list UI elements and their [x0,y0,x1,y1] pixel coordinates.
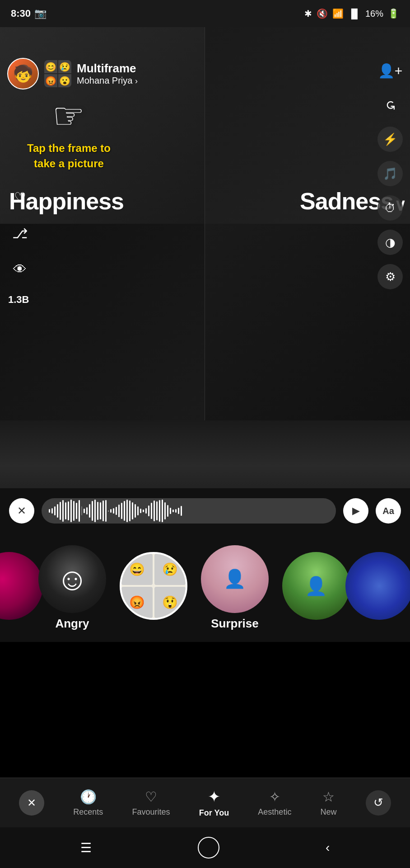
waveform-text-button[interactable]: Aa [376,498,401,524]
tap-hint-text: Tap the frame to take a picture [27,142,111,170]
filter-name: Multiframe [77,61,138,75]
add-friend-icon: 👤+ [378,63,403,79]
camera-bottom-half [0,224,410,420]
nav-label-for-you: For You [199,808,229,818]
mute-icon: 🔇 [317,8,328,19]
filter-thumbnail-angry: ☺ [38,545,106,613]
waveform-bars [49,500,329,522]
camera-area[interactable]: Happiness Sadness ∨ 🧒 😊 😢 😡 😮 Multiframe… [0,27,410,420]
face-beauty-icon: 👤 [224,568,246,590]
filter-thumbnail-surprise: 👤 [201,545,269,613]
home-button[interactable] [198,837,219,859]
eye-icon: 👁 [13,262,27,277]
tap-hint: ☞ Tap the frame to take a picture [27,95,111,171]
new-icon: ☆ [322,789,335,805]
reshare-button[interactable]: ↺ [377,92,403,118]
recents-icon: 🕐 [80,789,97,805]
user-avatar[interactable]: 🧒 [7,58,39,90]
filter-carousel[interactable]: ☺ Angry 😄 😢 😡 😲 👤 Surprise 👤 [0,533,410,642]
nav-item-new[interactable]: ☆ New [321,789,337,817]
nav-item-aesthetic[interactable]: ✧ Aesthetic [258,789,291,817]
nav-item-favourites[interactable]: ♡ Favourites [132,789,170,817]
share-icon: ⎇ [12,226,28,241]
multiframe-grid: 😄 😢 😡 😲 [121,554,186,618]
filter-name-area: Multiframe Mohana Priya › [77,61,138,86]
waveform-area: ✕ [0,488,410,533]
close-icon: ✕ [17,505,26,517]
back-icon: ‹ [326,840,330,855]
settings-icon: ⚙ [385,270,396,284]
nav-refresh-button[interactable]: ↺ [366,790,391,816]
smiley-icon: ☺ [56,561,88,597]
filter-item-blue[interactable] [357,552,402,623]
battery-icon: 🔋 [388,8,399,19]
camera-status-icon: 📷 [34,8,47,19]
back-button[interactable]: ‹ [326,840,330,855]
share-button[interactable]: ⎇ [8,222,32,245]
filter-thumbnail-face-green: 👤 [282,552,350,620]
nav-label-favourites: Favourites [132,807,170,817]
filter-item-face-green[interactable]: 👤 [275,552,357,623]
waveform-display [42,498,336,524]
filter-thumbnail-blue [345,552,410,620]
signal-icon: ▐▌ [348,9,361,19]
right-sidebar: 👤+ ↺ ⚡ 🎵 ⏱ ◑ ⚙ [377,58,403,289]
favourites-icon: ♡ [145,789,157,805]
contrast-icon: ◑ [385,236,396,250]
filter-icon-cluster: 😊 😢 😡 😮 [44,60,71,87]
profile-area: 🧒 😊 😢 😡 😮 Multiframe Mohana Priya › [7,58,138,90]
status-right: ✱ 🔇 📶 ▐▌ 16% 🔋 [304,8,399,19]
hand-cursor-icon: ☞ [27,95,111,137]
settings-button[interactable]: ⚙ [377,264,403,289]
contrast-button[interactable]: ◑ [377,230,403,255]
filter-label-surprise: Surprise [211,617,259,631]
home-menu-button[interactable]: ☰ [80,840,92,855]
waveform-play-button[interactable]: ▶ [343,498,368,524]
timer-icon: ⏱ [384,201,396,215]
text-icon: Aa [382,506,394,516]
bluetooth-icon: ✱ [304,8,312,19]
status-left: 8:30 📷 [11,8,47,19]
avatar-emoji: 🧒 [13,64,33,83]
wifi-icon: 📶 [332,8,344,19]
battery-text: 16% [365,9,383,19]
status-bar: 8:30 📷 ✱ 🔇 📶 ▐▌ 16% 🔋 [0,0,410,27]
views-button[interactable]: 👁 [8,258,32,281]
home-bar: ☰ ‹ [0,827,410,868]
nav-close-button[interactable]: ✕ [19,790,44,816]
close-icon: ✕ [27,797,36,809]
nav-label-new: New [321,807,337,817]
refresh-icon: ↺ [373,796,383,810]
nav-item-for-you[interactable]: ✦ For You [199,788,229,818]
no-flash-icon: ⚡ [383,132,397,146]
view-count: 1.3B [8,294,32,306]
music-icon: 🎵 [383,167,397,181]
time-display: 8:30 [11,8,31,19]
for-you-icon: ✦ [208,788,220,806]
play-icon: ▶ [352,505,360,517]
filter-author: Mohana Priya › [77,75,138,86]
add-friend-button[interactable]: 👤+ [377,58,403,83]
no-flash-button[interactable]: ⚡ [377,127,403,152]
filter-thumbnail-multiframe: 😄 😢 😡 😲 [120,552,187,620]
bottom-nav: ✕ 🕐 Recents ♡ Favourites ✦ For You ✧ Aes… [0,778,410,827]
like-button[interactable]: ♡ [8,185,32,209]
timer-button[interactable]: ⏱ [377,195,403,221]
reshare-icon: ↺ [383,100,398,110]
menu-icon: ☰ [80,840,92,855]
author-chevron[interactable]: › [135,76,138,85]
filter-item-multiframe[interactable]: 😄 😢 😡 😲 [113,552,194,623]
aesthetic-icon: ✧ [269,789,280,805]
nav-label-aesthetic: Aesthetic [258,807,291,817]
nav-item-recents[interactable]: 🕐 Recents [73,789,103,817]
filter-label-angry: Angry [55,617,89,631]
filter-item-surprise[interactable]: 👤 Surprise [194,545,275,631]
music-button[interactable]: 🎵 [377,161,403,186]
face-green-icon: 👤 [305,576,327,597]
filter-item-angry[interactable]: ☺ Angry [32,545,113,631]
home-circle-icon [198,837,219,859]
left-sidebar: ♡ ⎇ 👁 1.3B [8,185,32,306]
heart-icon: ♡ [14,189,26,205]
waveform-close-button[interactable]: ✕ [9,498,34,524]
filter-item-dark-sphere[interactable] [0,552,32,623]
